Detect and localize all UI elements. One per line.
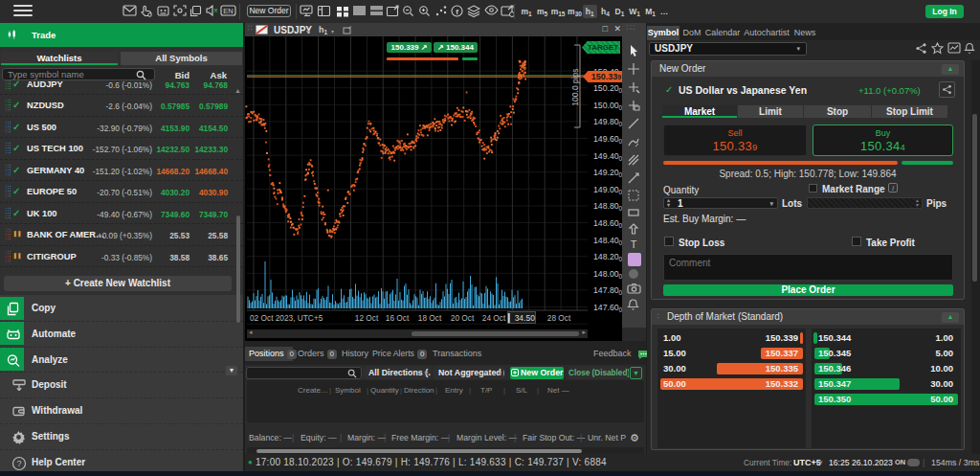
svg-text:EN: EN (223, 7, 233, 15)
svg-text:T: T (631, 238, 637, 250)
svg-text:?: ? (16, 459, 21, 468)
svg-text:f: f (456, 8, 458, 16)
